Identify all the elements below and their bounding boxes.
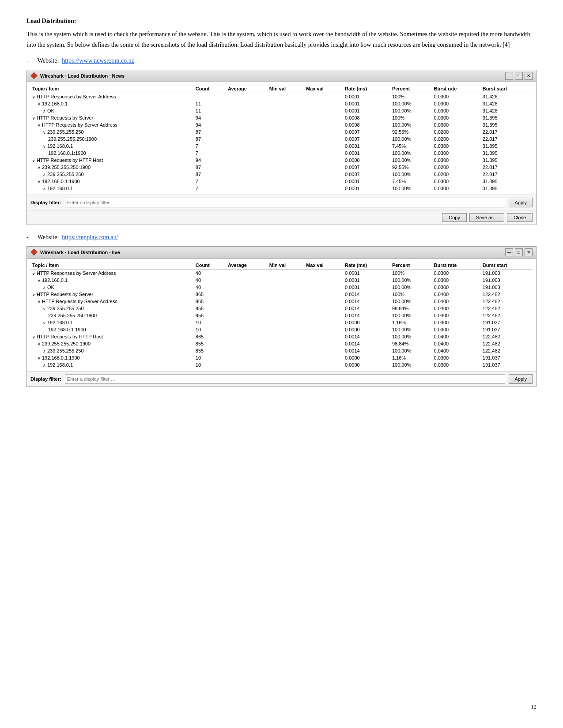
table-row: ∨192.168.0.1:190070.00017.45%0.030031.39… [30,178,533,185]
table-row: ∨239.255.255.250:1900870.000792.55%0.020… [30,164,533,171]
body-paragraph: This is the system which is used to chec… [26,29,537,50]
saveas-button-1[interactable]: Save as... [469,213,504,222]
table-row: 239.255.255.250:1900870.0007100.00%0.020… [30,135,533,143]
display-filter-bar-2: Display filter: Apply [27,371,536,387]
col2-burstrate: Burst rate [432,261,481,270]
table-row: ∧192.168.0.170.0001100.00%0.030031.395 [30,185,533,192]
table-row: ∨HTTP Responses by Server Address0.00011… [30,93,533,100]
titlebar-left-1: Wireshark · Load Distribution · News [30,72,125,79]
table-row: ∨HTTP Requests by Server Address8650.001… [30,298,533,305]
col-rate: Rate (ms) [343,85,390,93]
col-burststart: Burst start [481,85,533,93]
table-row: ∧239.255.255.250870.0007100.00%0.020022.… [30,171,533,178]
table-row: ∨HTTP Requests by HTTP Host8650.0014100.… [30,333,533,340]
col2-minval: Min val [268,261,304,270]
bullet-website1: - Website: https://www.newsroom.co.nz [26,57,537,64]
minimize-button-2[interactable]: — [505,248,513,256]
wireshark-window-2: Wireshark · Load Distribution · live — □… [26,246,537,387]
titlebar-controls-1: — □ ✕ [505,72,533,80]
window2-title: Wireshark · Load Distribution · live [40,250,120,255]
col-burstrate: Burst rate [432,85,481,93]
table-row: ∨239.255.255.2508550.001498.84%0.0400122… [30,305,533,312]
close-bottom-button-1[interactable]: Close [507,213,533,222]
data-table-1: Topic / Item Count Average Min val Max v… [30,85,533,192]
col-minval: Min val [268,85,304,93]
close-button-1[interactable]: ✕ [525,72,533,80]
titlebar-2: Wireshark · Load Distribution · live — □… [27,247,536,259]
titlebar-controls-2: — □ ✕ [505,248,533,256]
col2-maxval: Max val [304,261,343,270]
table-area-1: Topic / Item Count Average Min val Max v… [27,82,536,195]
table-row: ∧OK400.0001100.00%0.0300191.003 [30,284,533,291]
table-row: ∨192.168.0.1:1900100.00001.16%0.0300191.… [30,354,533,361]
apply-button-2[interactable]: Apply [509,374,533,384]
website1-link[interactable]: https://www.newsroom.co.nz [62,57,134,64]
filter-input-1[interactable] [65,198,506,207]
bullet-website2: - Website: https://tenplay.com.au/ [26,234,537,241]
table-header-row-2: Topic / Item Count Average Min val Max v… [30,261,533,270]
window1-title: Wireshark · Load Distribution · News [40,73,125,79]
table-row: ∨192.168.0.1110.0001100.00%0.030031.426 [30,100,533,107]
display-filter-bar-1: Display filter: Apply [27,195,536,210]
filter-input-2[interactable] [65,374,506,384]
col2-count: Count [194,261,226,270]
bottom-buttons-1: Copy Save as... Close [27,210,536,225]
data-table-2: Topic / Item Count Average Min val Max v… [30,261,533,368]
wireshark-window-1: Wireshark · Load Distribution · News — □… [26,70,537,225]
col-topic: Topic / Item [30,85,194,93]
table-row: ∨239.255.255.250:19008550.001498.84%0.04… [30,340,533,347]
table-row: ∨HTTP Requests by Server8650.0014100%0.0… [30,291,533,298]
table-row: 192.168.0.1:1900100.0000100.00%0.0300191… [30,326,533,333]
col2-burststart: Burst start [481,261,533,270]
table-row: ∧192.168.0.1100.0000100.00%0.0300191.037 [30,361,533,368]
table-row: ∨192.168.0.1100.00001.16%0.0300191.037 [30,319,533,326]
col2-topic: Topic / Item [30,261,194,270]
table-row: ∨192.168.0.1400.0001100.00%0.0300191.003 [30,277,533,284]
close-button-2[interactable]: ✕ [525,248,533,256]
table-row: ∨HTTP Responses by Server Address400.000… [30,269,533,277]
table-row: ∨239.255.255.250870.000792.55%0.020022.0… [30,128,533,135]
website2-text: Website: https://tenplay.com.au/ [38,234,118,241]
maximize-button-2[interactable]: □ [515,248,523,256]
col2-average: Average [226,261,268,270]
website1-text: Website: https://www.newsroom.co.nz [38,57,134,64]
col-maxval: Max val [304,85,343,93]
col-average: Average [226,85,268,93]
table-row: ∨192.168.0.170.00017.45%0.030031.395 [30,143,533,150]
filter-label-2: Display filter: [30,376,61,382]
table-row: 192.168.0.1:190070.0001100.00%0.030031.3… [30,150,533,157]
table-row: ∨HTTP Requests by HTTP Host940.0008100.0… [30,157,533,164]
maximize-button-1[interactable]: □ [515,72,523,80]
table-row: ∨HTTP Requests by Server Address940.0008… [30,121,533,128]
table-area-2: Topic / Item Count Average Min val Max v… [27,259,536,371]
col-count: Count [194,85,226,93]
website2-link[interactable]: https://tenplay.com.au/ [62,234,118,240]
copy-button-1[interactable]: Copy [442,213,467,222]
section-title: Load Distribution: [26,18,537,25]
shark-icon-2 [30,249,38,256]
bullet-dash-1: - [26,57,29,64]
table-header-row-1: Topic / Item Count Average Min val Max v… [30,85,533,93]
table-row: ∨HTTP Requests by Server940.0008100%0.03… [30,114,533,121]
bullet-dash-2: - [26,234,29,241]
titlebar-left-2: Wireshark · Load Distribution · live [30,249,120,256]
filter-label-1: Display filter: [30,200,61,205]
apply-button-1[interactable]: Apply [509,198,533,207]
table-row: ∧OK110.0001100.00%0.030031.426 [30,107,533,114]
page-number: 12 [531,703,537,710]
col-percent: Percent [390,85,432,93]
col2-percent: Percent [390,261,432,270]
col2-rate: Rate (ms) [343,261,390,270]
minimize-button-1[interactable]: — [505,72,513,80]
shark-icon-1 [30,72,38,79]
table-row: 239.255.255.250:19008550.0014100.00%0.04… [30,312,533,319]
titlebar-1: Wireshark · Load Distribution · News — □… [27,70,536,82]
table-row: ∧239.255.255.2508550.0014100.00%0.040012… [30,347,533,354]
